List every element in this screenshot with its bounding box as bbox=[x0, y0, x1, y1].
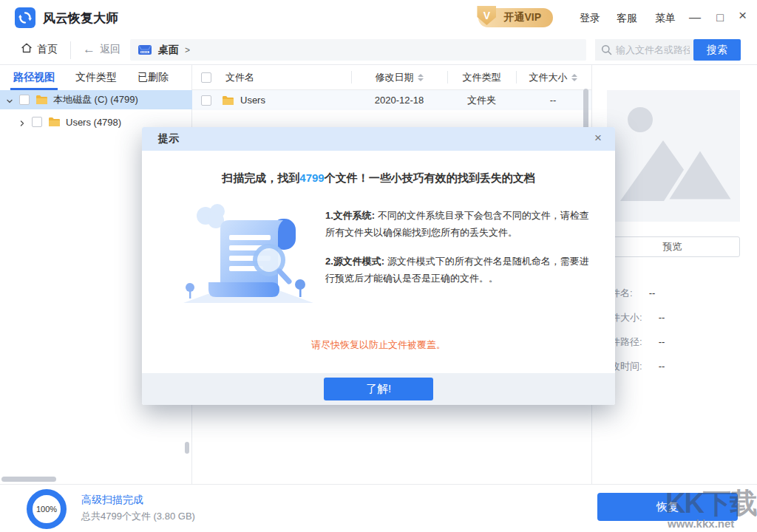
document-search-illustration-icon bbox=[177, 200, 318, 315]
breadcrumb-item-desktop[interactable]: 桌面 bbox=[158, 44, 179, 57]
column-header-name[interactable]: 文件名 bbox=[225, 71, 254, 84]
folder-icon bbox=[35, 95, 48, 105]
dialog-close-icon[interactable]: × bbox=[594, 131, 602, 146]
sidebar-vertical-scrollbar[interactable] bbox=[185, 442, 189, 454]
scan-result-title: 扫描完成，找到4799个文件！一些小技巧有效的找到丢失的文档 bbox=[142, 171, 615, 185]
recover-warning: 请尽快恢复以防止文件被覆盖。 bbox=[142, 338, 615, 352]
toolbar: 首页 ← 返回 桌面 > 搜索 bbox=[0, 35, 757, 65]
file-count: 4799 bbox=[299, 171, 324, 184]
open-vip-button[interactable]: V 开通VIP bbox=[478, 8, 553, 27]
tree-item-label: 本地磁盘 (C) (4799) bbox=[53, 93, 138, 106]
sort-size-icon[interactable] bbox=[571, 74, 577, 81]
recover-button[interactable]: 恢复 bbox=[597, 493, 738, 521]
back-button[interactable]: ← 返回 bbox=[83, 42, 120, 57]
tree-item-local-disk-c[interactable]: 本地磁盘 (C) (4799) bbox=[0, 90, 192, 109]
search-box bbox=[595, 39, 693, 61]
back-label: 返回 bbox=[100, 43, 120, 56]
vip-badge-icon: V bbox=[477, 6, 496, 25]
back-arrow-icon: ← bbox=[83, 42, 95, 57]
column-header-size[interactable]: 文件大小 bbox=[529, 71, 568, 84]
tab-deleted[interactable]: 已删除 bbox=[130, 65, 176, 90]
scan-status-title: 高级扫描完成 bbox=[81, 494, 143, 507]
column-header-type[interactable]: 文件类型 bbox=[463, 71, 501, 84]
chevron-down-icon[interactable] bbox=[6, 96, 13, 103]
table-header: 文件名 修改日期 文件类型 文件大小 bbox=[192, 65, 591, 90]
dialog-footer: 了解! bbox=[142, 373, 615, 405]
disk-icon bbox=[138, 44, 152, 56]
tree-checkbox-users[interactable] bbox=[32, 117, 42, 127]
tip1-label: 1.文件系统: bbox=[325, 210, 375, 221]
home-label: 首页 bbox=[37, 43, 58, 56]
search-input[interactable] bbox=[616, 44, 690, 55]
ok-button[interactable]: 了解! bbox=[324, 378, 433, 400]
row-file-size: -- bbox=[516, 95, 590, 106]
search-icon bbox=[601, 44, 612, 55]
column-header-date[interactable]: 修改日期 bbox=[376, 71, 414, 84]
image-placeholder bbox=[607, 90, 740, 222]
vip-label: 开通VIP bbox=[503, 11, 541, 24]
app-title: 风云恢复大师 bbox=[43, 10, 118, 27]
titlebar: 风云恢复大师 V 开通VIP 登录 客服 菜单 — □ × bbox=[0, 0, 757, 35]
scan-progress-ring: 100% bbox=[27, 489, 67, 529]
chevron-right-icon[interactable] bbox=[18, 118, 26, 126]
tree-checkbox-local-disk[interactable] bbox=[19, 95, 30, 105]
tab-path-view[interactable]: 路径视图 bbox=[6, 65, 62, 90]
app-logo-icon bbox=[15, 7, 35, 28]
dialog-tips: 1.文件系统: 不同的文件系统目录下会包含不同的文件，请检查所有文件夹以确保能找… bbox=[325, 207, 597, 287]
folder-icon bbox=[222, 95, 234, 106]
folder-icon bbox=[48, 117, 61, 127]
customer-service-link[interactable]: 客服 bbox=[617, 12, 637, 25]
sidebar-horizontal-scrollbar[interactable] bbox=[1, 477, 56, 482]
menu-link[interactable]: 菜单 bbox=[655, 12, 676, 25]
sort-date-icon[interactable] bbox=[418, 74, 424, 81]
select-all-checkbox[interactable] bbox=[201, 72, 211, 83]
maximize-icon[interactable]: □ bbox=[716, 10, 724, 25]
table-row[interactable]: Users 2020-12-18 文件夹 -- bbox=[192, 90, 591, 110]
dialog-header: 提示 × bbox=[142, 127, 615, 151]
tip2-label: 2.源文件模式: bbox=[325, 256, 384, 267]
tree-item-label: Users (4798) bbox=[66, 117, 121, 128]
dialog-title: 提示 bbox=[158, 132, 179, 146]
toolbar-divider bbox=[70, 41, 71, 59]
login-link[interactable]: 登录 bbox=[580, 12, 600, 25]
tab-file-type[interactable]: 文件类型 bbox=[68, 65, 124, 90]
row-checkbox[interactable] bbox=[201, 95, 211, 106]
scan-progress-value: 100% bbox=[36, 505, 57, 514]
preview-button[interactable]: 预览 bbox=[605, 236, 740, 257]
scan-status-detail: 总共4799个文件 (3.80 GB) bbox=[81, 510, 195, 523]
row-file-type: 文件夹 bbox=[447, 94, 516, 107]
home-icon bbox=[21, 42, 33, 56]
sidebar-tabs: 路径视图 文件类型 已删除 bbox=[0, 65, 192, 90]
scan-complete-dialog: 提示 × 扫描完成，找到4799个文件！一些小技巧有效的找到丢失的文档 bbox=[142, 127, 615, 405]
breadcrumb-separator: > bbox=[185, 45, 190, 55]
close-icon[interactable]: × bbox=[739, 8, 747, 23]
breadcrumb: 桌面 > bbox=[130, 39, 586, 61]
minimize-icon[interactable]: — bbox=[689, 10, 701, 25]
home-button[interactable]: 首页 bbox=[21, 42, 58, 56]
row-file-name: Users bbox=[240, 95, 265, 106]
row-file-date: 2020-12-18 bbox=[351, 95, 447, 106]
preview-panel: 预览 文件名:-- 文件大小:-- 文件路径:-- 修改时间:-- bbox=[591, 65, 757, 484]
statusbar: 100% 高级扫描完成 总共4799个文件 (3.80 GB) 恢复 KK下载 … bbox=[0, 484, 757, 532]
search-button[interactable]: 搜索 bbox=[693, 39, 741, 61]
